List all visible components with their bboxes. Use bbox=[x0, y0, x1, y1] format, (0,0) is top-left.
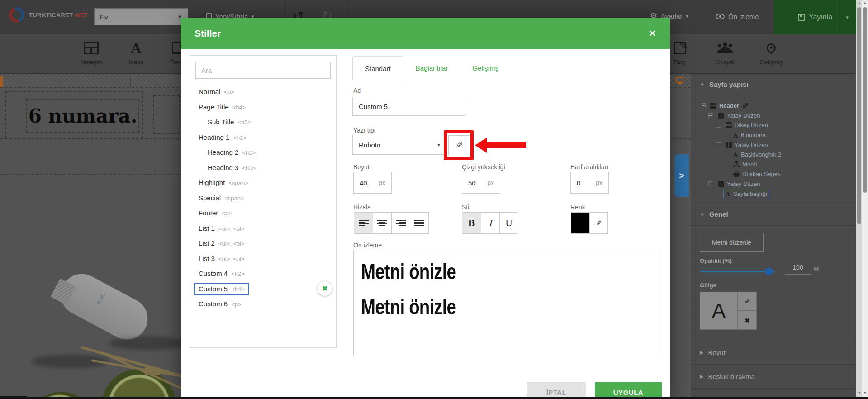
sidebar-scrollbar[interactable]: ▲ ▼ bbox=[856, 0, 862, 399]
shadow-label: Gölge bbox=[700, 282, 716, 289]
tree-item[interactable]: 6 numara. bbox=[701, 130, 783, 140]
tree-item[interactable]: Yatay Düzen bbox=[701, 179, 783, 189]
size-input[interactable]: 40 px bbox=[353, 172, 392, 194]
tree-item[interactable]: Menü bbox=[701, 160, 783, 170]
collapse-toggle-icon[interactable] bbox=[701, 103, 706, 108]
style-list-item[interactable]: Highlight <span> bbox=[190, 175, 336, 190]
font-select[interactable]: Roboto ▾ bbox=[352, 135, 446, 155]
tree-item[interactable]: Yatay Düzen bbox=[701, 140, 783, 150]
shadow-preview: A bbox=[700, 292, 738, 330]
save-icon bbox=[798, 14, 805, 21]
color-label: Renk bbox=[570, 204, 585, 211]
tree-item[interactable]: Başldvbnghık 2 bbox=[701, 150, 783, 160]
lineheight-input[interactable]: 50 px bbox=[462, 172, 500, 194]
tree-item-icon bbox=[718, 181, 724, 187]
scroll-up-icon[interactable]: ▲ bbox=[862, 0, 868, 6]
edit-text-button[interactable]: Metni düzenle bbox=[700, 233, 764, 252]
tree-item-icon bbox=[733, 152, 738, 157]
style-list-item[interactable]: Custom 5 <h4> bbox=[190, 281, 336, 297]
toolbar-item[interactable]: Sosyal bbox=[703, 39, 747, 66]
blocks-icon bbox=[743, 103, 749, 108]
toolbar-item-icon bbox=[717, 42, 733, 54]
tree-item-icon bbox=[733, 171, 740, 177]
align-button-group bbox=[354, 212, 429, 234]
style-list-item[interactable]: Heading 1 <h1> bbox=[190, 130, 336, 145]
align-right-button[interactable] bbox=[391, 213, 410, 233]
tree-item-icon bbox=[733, 162, 740, 167]
style-list-item[interactable]: Page Title <h4> bbox=[190, 100, 336, 115]
canvas-heading-text: 6 numara. bbox=[28, 105, 138, 127]
style-list-item[interactable]: Custom 4 <h2> bbox=[190, 266, 336, 281]
modal-tab[interactable]: Bağlantılar bbox=[403, 56, 460, 80]
tree-item[interactable]: Dükkan Sepeti bbox=[701, 169, 783, 179]
italic-button[interactable]: I bbox=[481, 213, 499, 233]
scroll-up-icon[interactable]: ▲ bbox=[856, 0, 862, 6]
collapse-toggle-icon[interactable] bbox=[716, 123, 721, 128]
opacity-value-field[interactable]: 100 bbox=[785, 264, 811, 275]
modal-tab[interactable]: Standart bbox=[352, 56, 403, 80]
style-list-item[interactable]: Footer <p> bbox=[190, 205, 336, 221]
sidebar-collapse-tab[interactable]: > bbox=[674, 154, 689, 197]
toolbar-item[interactable]: Gelişmiş bbox=[749, 39, 793, 66]
general-section-header[interactable]: ▼ Genel bbox=[700, 210, 728, 218]
sidebar-section-header[interactable]: ▶ Boyut bbox=[691, 341, 856, 365]
toolbar-item[interactable]: Metin bbox=[114, 39, 158, 66]
style-list-panel: Normal <p> Page Title <h4> Sub bbox=[190, 55, 337, 348]
collapse-toggle-icon[interactable] bbox=[708, 181, 713, 186]
bottle-image bbox=[53, 266, 155, 347]
toolbar-item[interactable]: Yerleşim bbox=[70, 39, 113, 66]
align-left-button[interactable] bbox=[354, 213, 373, 233]
structure-section-header[interactable]: ▼ Sayfa yapısı bbox=[700, 81, 749, 88]
brand-name: TURKTICARET·NET bbox=[29, 12, 88, 19]
preview-text-line: Metni önizle bbox=[361, 296, 456, 318]
style-list-item[interactable]: Normal <p> bbox=[190, 84, 336, 100]
scroll-down-icon[interactable]: ▼ bbox=[856, 390, 862, 396]
name-label: Ad bbox=[353, 87, 361, 94]
color-edit-button[interactable]: ✎ bbox=[589, 213, 607, 233]
preview-button[interactable]: Ön izleme bbox=[716, 13, 759, 20]
divider bbox=[130, 75, 131, 87]
tree-item[interactable]: Dikey Düzen bbox=[701, 120, 783, 130]
bold-button[interactable]: B bbox=[462, 213, 481, 233]
opacity-slider-thumb[interactable] bbox=[765, 267, 773, 276]
preview-label: Ön izleme bbox=[353, 242, 382, 249]
scroll-down-icon[interactable]: ▼ bbox=[862, 390, 868, 396]
heading-element[interactable]: 6 numara. bbox=[26, 99, 139, 133]
shadow-edit-button[interactable]: ✎ bbox=[738, 292, 757, 311]
close-icon[interactable]: ✕ bbox=[648, 28, 656, 39]
style-list-item[interactable]: List 1 <ul>, <ol> bbox=[190, 221, 336, 236]
align-justify-button[interactable] bbox=[410, 213, 428, 233]
shadow-remove-button[interactable]: ✖ bbox=[738, 311, 757, 330]
modal-tab[interactable]: Gelişmiş bbox=[460, 56, 511, 80]
letterspacing-input[interactable]: 0 px bbox=[570, 172, 609, 194]
style-list-item[interactable]: List 2 <ul>, <ol> bbox=[190, 236, 336, 251]
style-list-item[interactable]: List 3 <ul>, <ol> bbox=[190, 251, 336, 266]
collapse-toggle-icon[interactable] bbox=[716, 142, 721, 147]
publish-dropdown-button[interactable]: ▾ bbox=[838, 0, 856, 34]
page-scrollbar[interactable]: ▲ ▼ bbox=[862, 0, 868, 399]
tree-item[interactable]: Header bbox=[701, 101, 783, 111]
underline-button[interactable]: U bbox=[499, 213, 518, 233]
divider bbox=[691, 341, 856, 341]
sidebar-section-header[interactable]: ▶ Boşluk bırakma bbox=[691, 365, 856, 389]
style-list-item[interactable]: Custom 6 <p> bbox=[190, 296, 336, 312]
layout-container[interactable] bbox=[153, 95, 180, 134]
scrollbar-thumb[interactable] bbox=[857, 7, 861, 224]
style-list-item[interactable]: Heading 3 <h3> bbox=[190, 160, 336, 176]
opacity-slider[interactable] bbox=[700, 271, 775, 272]
page-select[interactable]: Ev ▼ bbox=[94, 8, 188, 25]
annotation-arrow-shaft bbox=[486, 142, 526, 148]
tree-item[interactable]: Yatay Düzen bbox=[701, 111, 783, 121]
scrollbar-thumb[interactable] bbox=[863, 7, 867, 193]
style-list-item[interactable]: Sub Title <h5> bbox=[190, 114, 336, 130]
collapse-toggle-icon[interactable] bbox=[708, 113, 713, 118]
search-input[interactable] bbox=[195, 62, 331, 79]
delete-style-button[interactable]: ✖ bbox=[318, 281, 332, 296]
desktop-view-icon[interactable] bbox=[676, 77, 683, 83]
style-list-item[interactable]: Heading 2 <h2> bbox=[190, 145, 336, 160]
color-swatch[interactable] bbox=[571, 213, 589, 233]
style-list-item[interactable]: Special <span> bbox=[190, 190, 336, 206]
name-input[interactable]: Custom 5 bbox=[352, 97, 465, 116]
align-center-button[interactable] bbox=[373, 213, 391, 233]
tree-item[interactable]: Sayfa başlığı bbox=[701, 189, 783, 199]
